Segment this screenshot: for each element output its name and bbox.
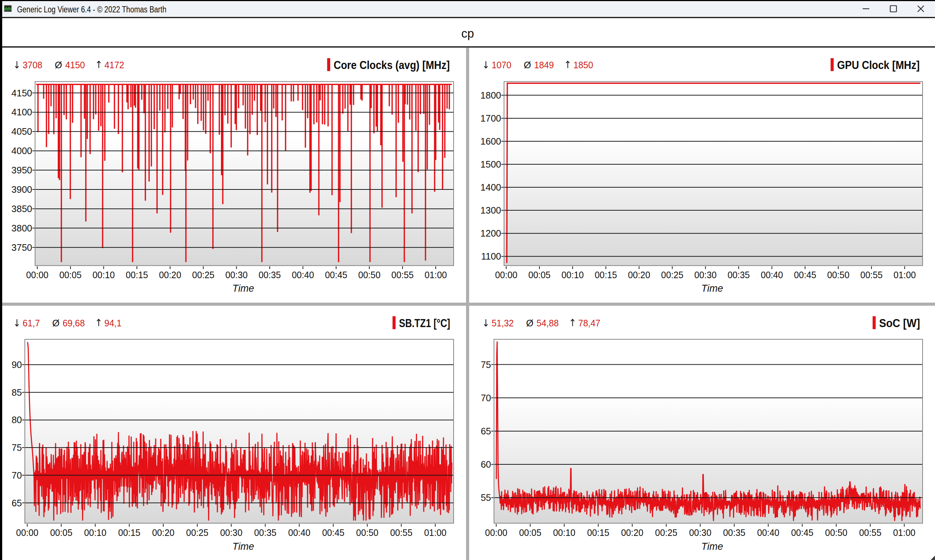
svg-text:1400: 1400 [480, 182, 501, 192]
svg-text:00:40: 00:40 [288, 528, 310, 538]
svg-text:85: 85 [12, 387, 22, 398]
svg-text:Time: Time [701, 283, 723, 294]
svg-text:00:05: 00:05 [59, 270, 82, 280]
svg-text:1800: 1800 [480, 90, 501, 100]
svg-text:00:30: 00:30 [225, 270, 248, 280]
svg-text:00:25: 00:25 [655, 528, 678, 538]
svg-text:00:50: 00:50 [356, 528, 378, 538]
svg-text:00:45: 00:45 [794, 270, 816, 280]
svg-text:4050: 4050 [11, 126, 32, 137]
svg-text:75: 75 [481, 360, 491, 370]
svg-text:Ø: Ø [524, 60, 531, 71]
svg-text:00:40: 00:40 [757, 528, 779, 538]
svg-text:00:50: 00:50 [358, 270, 380, 280]
svg-text:00:20: 00:20 [628, 270, 650, 280]
svg-text:1500: 1500 [480, 159, 501, 169]
svg-text:00:00: 00:00 [485, 528, 507, 538]
svg-text:00:05: 00:05 [519, 528, 541, 538]
svg-text:3950: 3950 [11, 165, 32, 175]
svg-text:01:00: 01:00 [894, 270, 916, 280]
svg-text:Time: Time [701, 541, 723, 552]
svg-text:1849: 1849 [535, 60, 554, 71]
svg-text:00:40: 00:40 [761, 270, 783, 280]
svg-text:00:45: 00:45 [325, 270, 347, 280]
svg-text:80: 80 [12, 415, 22, 425]
svg-text:00:05: 00:05 [50, 528, 72, 538]
svg-text:61,7: 61,7 [23, 318, 40, 329]
svg-text:00:10: 00:10 [561, 270, 584, 280]
svg-text:00:45: 00:45 [322, 528, 344, 538]
svg-text:65: 65 [481, 426, 491, 436]
svg-text:00:30: 00:30 [694, 270, 716, 280]
svg-text:4150: 4150 [65, 60, 85, 71]
svg-text:00:25: 00:25 [186, 528, 208, 538]
svg-text:55: 55 [481, 492, 491, 503]
svg-text:75: 75 [12, 442, 22, 453]
svg-text:00:35: 00:35 [727, 270, 750, 280]
svg-text:1600: 1600 [480, 136, 501, 146]
svg-text:00:15: 00:15 [595, 270, 617, 280]
svg-text:00:15: 00:15 [118, 528, 140, 538]
svg-text:3750: 3750 [11, 242, 32, 252]
svg-text:51,32: 51,32 [491, 318, 514, 329]
svg-text:Time: Time [232, 541, 254, 552]
svg-text:00:20: 00:20 [621, 528, 644, 538]
svg-text:90: 90 [12, 360, 22, 370]
svg-text:Core Clocks (avg) [MHz]: Core Clocks (avg) [MHz] [334, 58, 450, 72]
svg-text:00:20: 00:20 [152, 528, 175, 538]
svg-text:00:05: 00:05 [528, 270, 550, 280]
svg-text:00:25: 00:25 [661, 270, 683, 280]
svg-text:GPU Clock [MHz]: GPU Clock [MHz] [837, 58, 920, 72]
svg-text:00:50: 00:50 [827, 270, 850, 280]
svg-text:3900: 3900 [11, 185, 32, 195]
svg-text:00:30: 00:30 [689, 528, 712, 538]
svg-text:78,47: 78,47 [578, 318, 601, 329]
svg-text:3708: 3708 [23, 60, 42, 71]
svg-text:Ø: Ø [526, 318, 534, 329]
svg-text:00:55: 00:55 [859, 528, 881, 538]
svg-text:1850: 1850 [573, 60, 593, 71]
svg-text:00:30: 00:30 [220, 528, 242, 538]
svg-text:3850: 3850 [11, 204, 32, 214]
svg-text:01:00: 01:00 [424, 528, 446, 538]
svg-text:00:10: 00:10 [84, 528, 106, 538]
svg-text:94,1: 94,1 [105, 318, 122, 329]
svg-text:1200: 1200 [480, 228, 501, 238]
svg-text:65: 65 [12, 498, 22, 508]
svg-text:70: 70 [12, 470, 22, 480]
svg-text:00:35: 00:35 [254, 528, 276, 538]
svg-text:00:55: 00:55 [391, 270, 414, 280]
svg-text:00:40: 00:40 [292, 270, 314, 280]
svg-text:1070: 1070 [491, 60, 511, 71]
svg-text:SoC [W]: SoC [W] [879, 317, 920, 330]
svg-text:3800: 3800 [11, 223, 32, 233]
svg-text:00:35: 00:35 [259, 270, 281, 280]
svg-text:00:55: 00:55 [861, 270, 883, 280]
svg-text:54,88: 54,88 [536, 318, 559, 329]
svg-text:Generic Log Viewer 6.4 - © 202: Generic Log Viewer 6.4 - © 2022 Thomas B… [17, 5, 166, 14]
svg-text:4000: 4000 [11, 146, 32, 156]
svg-text:1300: 1300 [480, 205, 501, 215]
svg-text:SB.TZ1 [°C]: SB.TZ1 [°C] [399, 317, 450, 330]
svg-text:60: 60 [481, 459, 491, 469]
svg-text:00:15: 00:15 [587, 528, 609, 538]
svg-text:00:20: 00:20 [159, 270, 181, 280]
svg-text:4150: 4150 [11, 88, 32, 98]
svg-text:00:00: 00:00 [26, 270, 49, 280]
svg-text:01:00: 01:00 [425, 270, 447, 280]
svg-text:1700: 1700 [480, 113, 501, 123]
svg-text:00:55: 00:55 [390, 528, 412, 538]
svg-text:00:00: 00:00 [16, 528, 39, 538]
svg-text:4172: 4172 [105, 60, 124, 71]
svg-text:00:45: 00:45 [791, 528, 813, 538]
svg-text:01:00: 01:00 [893, 528, 915, 538]
svg-text:cp: cp [461, 27, 474, 40]
svg-text:00:35: 00:35 [723, 528, 746, 538]
svg-text:00:10: 00:10 [92, 270, 115, 280]
svg-text:00:00: 00:00 [495, 270, 518, 280]
svg-text:1100: 1100 [481, 251, 501, 262]
svg-text:00:10: 00:10 [553, 528, 575, 538]
svg-text:00:25: 00:25 [192, 270, 214, 280]
svg-text:69,68: 69,68 [63, 318, 85, 329]
svg-text:Ø: Ø [55, 60, 62, 71]
